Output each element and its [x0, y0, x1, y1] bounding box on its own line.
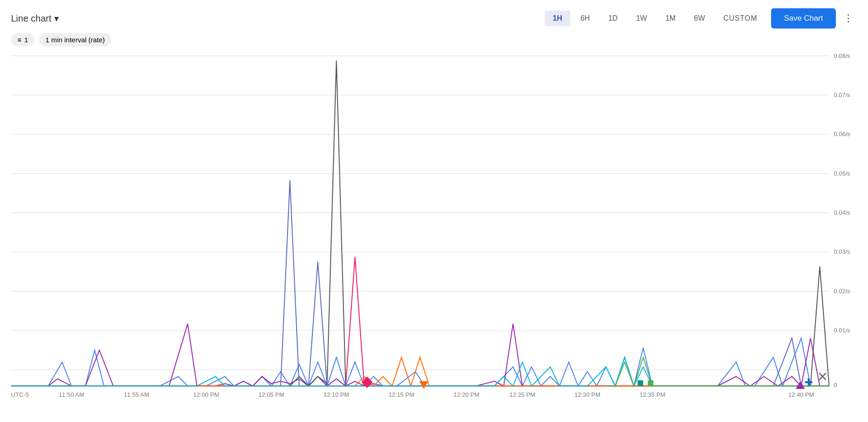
time-btn-1m[interactable]: 1M [657, 11, 684, 26]
svg-text:0.07/s: 0.07/s [834, 91, 850, 98]
svg-text:12:30 PM: 12:30 PM [575, 391, 600, 398]
filter-icon: ≡ [17, 36, 22, 44]
time-btn-custom[interactable]: CUSTOM [715, 11, 766, 26]
purple-line [11, 324, 829, 386]
svg-text:12:00 PM: 12:00 PM [193, 391, 219, 398]
chart-type-label: Line chart [11, 13, 51, 24]
filter-button[interactable]: ≡ 1 [11, 33, 34, 46]
time-btn-6h[interactable]: 6H [572, 11, 598, 26]
svg-text:12:35 PM: 12:35 PM [640, 391, 665, 398]
time-btn-6w[interactable]: 6W [686, 11, 713, 26]
chart-area: 0.08/s 0.07/s 0.06/s 0.05/s 0.04/s 0.03/… [11, 51, 857, 400]
svg-text:0.06/s: 0.06/s [834, 131, 850, 137]
save-chart-button[interactable]: Save Chart [771, 8, 836, 29]
green-square-marker [648, 380, 654, 386]
svg-text:12:05 PM: 12:05 PM [259, 391, 284, 398]
header: Line chart ▾ 1H 6H 1D 1W 1M 6W CUSTOM Sa… [0, 0, 868, 33]
line-chart-svg: 0.08/s 0.07/s 0.06/s 0.05/s 0.04/s 0.03/… [11, 51, 857, 400]
gray-x-marker [819, 373, 826, 380]
time-btn-1h[interactable]: 1H [545, 11, 570, 26]
svg-text:0.08/s: 0.08/s [834, 52, 850, 59]
dark-line [11, 61, 829, 386]
svg-text:0.04/s: 0.04/s [834, 209, 850, 216]
time-btn-1w[interactable]: 1W [628, 11, 655, 26]
svg-text:12:10 PM: 12:10 PM [323, 391, 349, 398]
svg-text:0.01/s: 0.01/s [834, 327, 850, 334]
time-btn-1d[interactable]: 1D [600, 11, 626, 26]
svg-text:11:50 AM: 11:50 AM [59, 391, 85, 398]
svg-text:12:40 PM: 12:40 PM [788, 391, 814, 398]
svg-text:0.02/s: 0.02/s [834, 288, 850, 295]
dropdown-icon: ▾ [54, 13, 59, 24]
svg-text:12:15 PM: 12:15 PM [389, 391, 414, 398]
svg-text:0: 0 [834, 382, 837, 388]
more-options-button[interactable]: ⋮ [840, 11, 857, 26]
pink-line [11, 257, 829, 386]
filter-count: 1 [24, 36, 28, 44]
time-controls: 1H 6H 1D 1W 1M 6W CUSTOM Save Chart ⋮ [545, 8, 857, 29]
svg-text:12:25 PM: 12:25 PM [509, 391, 535, 398]
svg-text:0.05/s: 0.05/s [834, 170, 850, 177]
svg-text:12:20 PM: 12:20 PM [454, 391, 479, 398]
svg-text:UTC-5: UTC-5 [11, 391, 29, 398]
svg-rect-11 [805, 381, 812, 383]
chart-type-button[interactable]: Line chart ▾ [11, 13, 59, 24]
orange-triangle-marker [419, 381, 428, 389]
blue-line [11, 338, 829, 386]
blue-purple-line [11, 180, 829, 386]
svg-text:0.03/s: 0.03/s [834, 248, 850, 255]
interval-button[interactable]: 1 min interval (rate) [39, 33, 111, 46]
svg-text:11:55 AM: 11:55 AM [124, 391, 150, 398]
teal-square-marker [637, 380, 643, 386]
sub-header: ≡ 1 1 min interval (rate) [0, 33, 868, 51]
